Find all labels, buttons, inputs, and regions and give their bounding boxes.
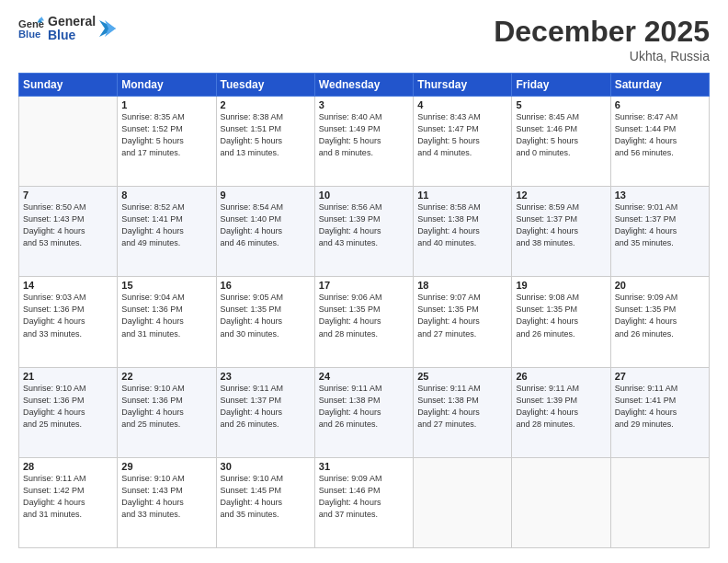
- calendar-cell: 17Sunrise: 9:06 AMSunset: 1:35 PMDayligh…: [314, 277, 413, 367]
- col-header-saturday: Saturday: [610, 74, 709, 97]
- calendar-cell: [512, 457, 610, 547]
- day-number: 11: [417, 190, 507, 201]
- calendar-week-row: 21Sunrise: 9:10 AMSunset: 1:36 PMDayligh…: [19, 367, 710, 457]
- day-info: Sunrise: 9:10 AMSunset: 1:36 PMDaylight:…: [23, 383, 113, 431]
- day-info: Sunrise: 8:59 AMSunset: 1:37 PMDaylight:…: [516, 201, 606, 249]
- calendar-cell: 8Sunrise: 8:52 AMSunset: 1:41 PMDaylight…: [118, 187, 216, 277]
- day-number: 30: [221, 461, 311, 472]
- day-info: Sunrise: 9:01 AMSunset: 1:37 PMDaylight:…: [615, 201, 705, 249]
- calendar-cell: 2Sunrise: 8:38 AMSunset: 1:51 PMDaylight…: [216, 97, 314, 187]
- calendar-cell: 12Sunrise: 8:59 AMSunset: 1:37 PMDayligh…: [512, 187, 610, 277]
- calendar-cell: 28Sunrise: 9:11 AMSunset: 1:42 PMDayligh…: [19, 457, 118, 547]
- day-info: Sunrise: 8:40 AMSunset: 1:49 PMDaylight:…: [319, 111, 409, 159]
- month-title: December 2025: [494, 15, 710, 49]
- logo-text-blue: Blue: [48, 29, 96, 42]
- day-info: Sunrise: 9:05 AMSunset: 1:35 PMDaylight:…: [221, 292, 311, 339]
- day-number: 16: [221, 280, 311, 291]
- day-info: Sunrise: 9:07 AMSunset: 1:35 PMDaylight:…: [417, 292, 507, 339]
- calendar-header-row: SundayMondayTuesdayWednesdayThursdayFrid…: [19, 74, 710, 97]
- calendar-week-row: 14Sunrise: 9:03 AMSunset: 1:36 PMDayligh…: [19, 277, 710, 367]
- day-number: 25: [417, 371, 507, 382]
- calendar-cell: [414, 457, 512, 547]
- day-info: Sunrise: 8:47 AMSunset: 1:44 PMDaylight:…: [615, 111, 705, 159]
- calendar-cell: 31Sunrise: 9:09 AMSunset: 1:46 PMDayligh…: [314, 457, 413, 547]
- day-info: Sunrise: 8:45 AMSunset: 1:46 PMDaylight:…: [516, 111, 606, 159]
- col-header-wednesday: Wednesday: [314, 74, 413, 97]
- day-info: Sunrise: 9:09 AMSunset: 1:35 PMDaylight:…: [615, 292, 705, 339]
- calendar-cell: 25Sunrise: 9:11 AMSunset: 1:38 PMDayligh…: [414, 367, 512, 457]
- col-header-thursday: Thursday: [414, 74, 512, 97]
- day-number: 23: [221, 371, 311, 382]
- logo-text-general: General: [48, 15, 96, 29]
- calendar-cell: 4Sunrise: 8:43 AMSunset: 1:47 PMDaylight…: [414, 97, 512, 187]
- day-number: 13: [615, 190, 705, 201]
- col-header-tuesday: Tuesday: [216, 74, 314, 97]
- calendar-cell: 21Sunrise: 9:10 AMSunset: 1:36 PMDayligh…: [19, 367, 118, 457]
- day-info: Sunrise: 8:56 AMSunset: 1:39 PMDaylight:…: [319, 201, 409, 249]
- day-number: 3: [319, 99, 409, 110]
- logo-icon: General Blue: [18, 16, 44, 41]
- day-number: 26: [516, 371, 606, 382]
- day-info: Sunrise: 9:06 AMSunset: 1:35 PMDaylight:…: [319, 292, 409, 339]
- day-number: 29: [121, 461, 211, 472]
- page: General Blue General Blue December 2025 …: [0, 0, 728, 563]
- calendar-cell: 23Sunrise: 9:11 AMSunset: 1:37 PMDayligh…: [216, 367, 314, 457]
- calendar-cell: 14Sunrise: 9:03 AMSunset: 1:36 PMDayligh…: [19, 277, 118, 367]
- day-info: Sunrise: 9:10 AMSunset: 1:43 PMDaylight:…: [121, 473, 211, 521]
- col-header-sunday: Sunday: [19, 74, 118, 97]
- day-info: Sunrise: 9:10 AMSunset: 1:45 PMDaylight:…: [221, 473, 311, 521]
- day-number: 31: [319, 461, 409, 472]
- day-info: Sunrise: 8:38 AMSunset: 1:51 PMDaylight:…: [221, 111, 311, 159]
- day-number: 4: [417, 99, 507, 110]
- day-info: Sunrise: 8:54 AMSunset: 1:40 PMDaylight:…: [221, 201, 311, 249]
- day-number: 9: [221, 190, 311, 201]
- day-number: 2: [221, 99, 311, 110]
- calendar-cell: 10Sunrise: 8:56 AMSunset: 1:39 PMDayligh…: [314, 187, 413, 277]
- calendar-cell: 27Sunrise: 9:11 AMSunset: 1:41 PMDayligh…: [610, 367, 709, 457]
- calendar-cell: 5Sunrise: 8:45 AMSunset: 1:46 PMDaylight…: [512, 97, 610, 187]
- day-number: 8: [121, 190, 211, 201]
- calendar-cell: [610, 457, 709, 547]
- day-number: 22: [121, 371, 211, 382]
- day-info: Sunrise: 9:11 AMSunset: 1:41 PMDaylight:…: [615, 383, 705, 431]
- calendar-cell: 13Sunrise: 9:01 AMSunset: 1:37 PMDayligh…: [610, 187, 709, 277]
- logo: General Blue General Blue: [18, 15, 116, 43]
- day-info: Sunrise: 9:10 AMSunset: 1:36 PMDaylight:…: [121, 383, 211, 431]
- calendar-cell: 11Sunrise: 8:58 AMSunset: 1:38 PMDayligh…: [414, 187, 512, 277]
- logo-arrow-icon: [99, 20, 116, 37]
- day-number: 19: [516, 280, 606, 291]
- col-header-monday: Monday: [118, 74, 216, 97]
- day-number: 18: [417, 280, 507, 291]
- calendar-cell: 29Sunrise: 9:10 AMSunset: 1:43 PMDayligh…: [118, 457, 216, 547]
- day-info: Sunrise: 9:11 AMSunset: 1:37 PMDaylight:…: [221, 383, 311, 431]
- calendar-cell: 26Sunrise: 9:11 AMSunset: 1:39 PMDayligh…: [512, 367, 610, 457]
- calendar-cell: 16Sunrise: 9:05 AMSunset: 1:35 PMDayligh…: [216, 277, 314, 367]
- day-number: 10: [319, 190, 409, 201]
- calendar-cell: 1Sunrise: 8:35 AMSunset: 1:52 PMDaylight…: [118, 97, 216, 187]
- day-info: Sunrise: 9:11 AMSunset: 1:42 PMDaylight:…: [23, 473, 113, 521]
- calendar-table: SundayMondayTuesdayWednesdayThursdayFrid…: [18, 73, 710, 548]
- svg-text:Blue: Blue: [18, 29, 40, 40]
- calendar-week-row: 28Sunrise: 9:11 AMSunset: 1:42 PMDayligh…: [19, 457, 710, 547]
- day-info: Sunrise: 9:09 AMSunset: 1:46 PMDaylight:…: [319, 473, 409, 521]
- day-number: 5: [516, 99, 606, 110]
- calendar-cell: 30Sunrise: 9:10 AMSunset: 1:45 PMDayligh…: [216, 457, 314, 547]
- location: Ukhta, Russia: [494, 49, 710, 63]
- day-number: 21: [23, 371, 113, 382]
- header: General Blue General Blue December 2025 …: [18, 15, 710, 63]
- col-header-friday: Friday: [512, 74, 610, 97]
- day-info: Sunrise: 9:11 AMSunset: 1:38 PMDaylight:…: [319, 383, 409, 431]
- day-info: Sunrise: 8:35 AMSunset: 1:52 PMDaylight:…: [121, 111, 211, 159]
- calendar-cell: [19, 97, 118, 187]
- day-number: 20: [615, 280, 705, 291]
- title-block: December 2025 Ukhta, Russia: [494, 15, 710, 63]
- day-number: 1: [121, 99, 211, 110]
- day-info: Sunrise: 9:11 AMSunset: 1:38 PMDaylight:…: [417, 383, 507, 431]
- day-info: Sunrise: 9:11 AMSunset: 1:39 PMDaylight:…: [516, 383, 606, 431]
- calendar-cell: 24Sunrise: 9:11 AMSunset: 1:38 PMDayligh…: [314, 367, 413, 457]
- day-number: 15: [121, 280, 211, 291]
- day-number: 27: [615, 371, 705, 382]
- day-info: Sunrise: 8:50 AMSunset: 1:43 PMDaylight:…: [23, 201, 113, 249]
- day-info: Sunrise: 9:03 AMSunset: 1:36 PMDaylight:…: [23, 292, 113, 339]
- calendar-cell: 9Sunrise: 8:54 AMSunset: 1:40 PMDaylight…: [216, 187, 314, 277]
